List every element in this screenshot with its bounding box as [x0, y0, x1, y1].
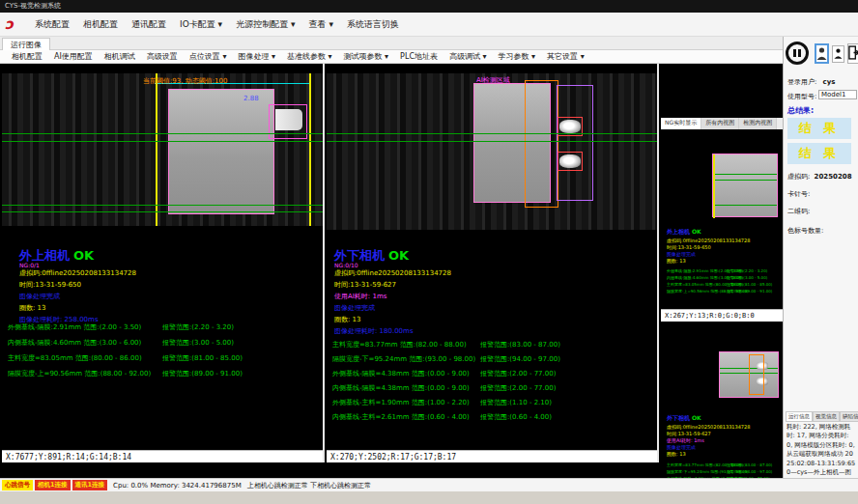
- toolbar-item[interactable]: 相机调试: [99, 50, 141, 63]
- toolbar-item[interactable]: 其它设置 ▾: [541, 50, 590, 63]
- toolbar-item[interactable]: 高级设置: [141, 50, 184, 63]
- measure-line-green: [2, 205, 323, 206]
- menu-item[interactable]: 系统语言切换: [340, 15, 406, 34]
- measure-line-green: [2, 141, 323, 142]
- measure-line-green: [2, 133, 323, 134]
- app-logo-icon: ↄ: [5, 16, 21, 33]
- toolbar-item[interactable]: 点位设置 ▾: [184, 50, 233, 63]
- elapsed-line: 图像处理耗时: 180.00ms: [334, 326, 414, 336]
- mini-done: 图像处理完成: [667, 444, 696, 450]
- toolbar-item[interactable]: 测试项参数 ▾: [338, 50, 395, 63]
- toolbar-item[interactable]: 基准线参数 ▾: [281, 50, 338, 63]
- measurement-row: 外侧基线-隔膜:2.91mm 范围:(2.00 - 3.50) 报警范围:(2.…: [667, 268, 781, 275]
- measure-line-green: [327, 141, 657, 142]
- status-badge: 心跳信号: [2, 480, 33, 490]
- pause-button[interactable]: [786, 42, 811, 67]
- total-result-label: 总结果:: [787, 105, 814, 116]
- roi-box-violet: [557, 85, 593, 201]
- menu-item[interactable]: IO卡配置 ▾: [173, 15, 229, 34]
- window-bottom-strip: [0, 491, 858, 504]
- mark-count-field: 色标号数量:: [787, 226, 823, 236]
- toolbar-item[interactable]: AI使用配置: [48, 50, 99, 63]
- result-box-lower: 结 果: [787, 143, 851, 164]
- menu-item[interactable]: 光源控制配置 ▾: [229, 15, 301, 34]
- product-region: [168, 89, 274, 214]
- mini-camera-title: 外上相机OK: [667, 228, 701, 237]
- status-badge: 相机1连接: [35, 480, 71, 490]
- cpu-memory-text: Cpu: 0.0% Memory: 3424.41796875M: [113, 482, 242, 490]
- engineer-mode-button[interactable]: [832, 45, 844, 63]
- menu-item[interactable]: 查看 ▾: [302, 15, 340, 34]
- turns-line: 圈数: 13: [19, 303, 46, 313]
- connector-part: [275, 109, 302, 130]
- thumbnail-tab[interactable]: 检测内视图: [739, 118, 777, 129]
- barcode-value: 20250208: [815, 173, 852, 181]
- toolbar-item[interactable]: 图像处理 ▾: [232, 50, 281, 63]
- info-tabs-bar: 运行信息 视觉信息 缺陷信息: [786, 411, 857, 422]
- heartbeat-messages: 上相机心跳检测正常 下相机心跳检测正常: [247, 481, 371, 490]
- status-bar: 心跳信号 相机1连接 通讯1连接 Cpu: 0.0% Memory: 3424.…: [0, 478, 858, 491]
- model-select[interactable]: Model1: [818, 90, 857, 99]
- measurement-row: 内侧基线-隔膜:4.60mm 范围:(3.00 - 6.00) 报警范围:(3.…: [8, 338, 323, 353]
- toolbar-item[interactable]: 高级调试 ▾: [443, 50, 493, 63]
- barcode-line: 虚拟码:0ffline20250208133134728: [334, 268, 451, 278]
- measure-line-green: [713, 205, 777, 206]
- done-line: 图像处理完成: [334, 303, 375, 313]
- thumbnail-tabs: NG实时显示 所有内视图 检测内视图: [661, 118, 783, 129]
- operator-mode-button[interactable]: [815, 43, 829, 64]
- ai-roi-box-orange: [525, 80, 558, 208]
- view-tabstrip: 运行图像: [0, 37, 783, 50]
- guide-line-yellow-right: [309, 73, 311, 226]
- thumbnail-tab[interactable]: NG实时显示: [661, 118, 701, 129]
- menu-item[interactable]: 通讯配置: [125, 15, 173, 34]
- mini-measurements: 外侧基线-隔膜:2.91mm 范围:(2.00 - 3.50) 报警范围:(2.…: [667, 268, 781, 295]
- measurement-row: 内侧基线-隔膜:4.60mm 范围:(3.00 - 6.00) 报警范围:(3.…: [667, 275, 781, 282]
- window-title: CYS-视觉检测系统: [5, 2, 61, 10]
- turns-line: 圈数: 13: [334, 315, 361, 324]
- user-icon: [816, 46, 827, 61]
- info-tab[interactable]: 缺陷信息: [840, 411, 858, 422]
- mini-done: 图像处理完成: [667, 251, 696, 257]
- mini-time: 时间:13-31-59-650: [667, 244, 711, 250]
- mini-ai-time: 使用AI耗时: 1ms: [667, 437, 704, 443]
- threshold-label: 当前阈值:93, 动态阈值:100: [143, 76, 227, 86]
- measurement-row: 主料宽度=83.77mm 范围:(82.00 - 88.00) 报警范围:(83…: [667, 462, 781, 469]
- menu-item[interactable]: 相机配置: [76, 15, 125, 34]
- coordinate-bar-lower: X:270;Y:2502;R:17;G:17;B:17: [327, 450, 659, 462]
- measurement-row: 隔膜宽度-下=95.24mm 范围:(93.00 - 98.00) 报警范围:(…: [667, 469, 781, 476]
- guide-line-yellow-left: [156, 73, 157, 226]
- measure-line-green: [713, 174, 777, 175]
- measurement-row: 隔膜宽度-上=90.56mm 范围:(88.00 - 92.00) 报警范围:(…: [667, 289, 781, 295]
- info-tab[interactable]: 运行信息: [786, 411, 813, 422]
- ok-status: OK: [73, 248, 94, 263]
- camera-view-upper[interactable]: 当前阈值:93, 动态阈值:100 2.88 外上相机OK NG:0/1 虚拟码…: [2, 64, 325, 462]
- thumbnail-view-top[interactable]: 外上相机OK 虚拟码:0ffline20250208133134728 时间:1…: [661, 131, 783, 322]
- toolbar-item[interactable]: PLC地址表: [394, 50, 443, 63]
- toolbar-item[interactable]: 相机配置: [6, 50, 48, 63]
- menu-items: 系统配置 相机配置 通讯配置 IO卡配置 ▾ 光源控制配置 ▾ 查看 ▾ 系统语…: [28, 15, 406, 34]
- defect-box: [558, 152, 583, 171]
- measurement-row: 隔膜宽度-下=95.24mm 范围:(93.00 - 98.00) 报警范围:(…: [332, 354, 657, 369]
- user-dark-icon: [834, 47, 843, 60]
- measurement-row: 主料宽度=83.77mm 范围:(82.00 - 88.00) 报警范围:(83…: [332, 340, 657, 354]
- measurement-row: 隔膜宽度-上=90.56mm 范围:(88.00 - 92.00) 报警范围:(…: [8, 369, 323, 384]
- thumbnail-tab[interactable]: 所有内视图: [701, 118, 739, 129]
- camera-view-lower[interactable]: AI检测区域 外下相机OK NG:0/10 虚拟码:0ffline2025020…: [327, 64, 659, 462]
- tool-bar: 相机配置 AI使用配置 相机调试 高级设置 点位设置 ▾ 图像处理 ▾ 基准线参…: [0, 50, 783, 64]
- login-user-field: 登录用户: cys: [787, 77, 835, 87]
- ng-counter: NG:0/1: [19, 262, 40, 268]
- measurement-row: 外侧基线-隔膜=4.38mm 范围:(0.00 - 9.00) 报警范围:(2.…: [332, 369, 657, 383]
- exit-button[interactable]: [847, 43, 858, 64]
- model-field-label: 使用型号:: [787, 92, 816, 101]
- tab-run-image[interactable]: 运行图像: [2, 38, 50, 50]
- measurement-row: 内侧基线-主料=2.61mm 范围:(0.60 - 4.00) 报警范围:(0.…: [332, 412, 657, 427]
- mini-time: 时间:13-31-59-627: [667, 431, 711, 436]
- menu-item[interactable]: 系统配置: [28, 15, 76, 34]
- coordinate-bar-thumb-top: X:267;Y:13;R:0;G:0;B:0: [661, 309, 783, 322]
- barcode-line: 虚拟码:0ffline20250208133134728: [19, 268, 136, 278]
- info-tab[interactable]: 视觉信息: [813, 411, 840, 422]
- thumbnail-image: [719, 351, 779, 398]
- mini-camera-title: 外下相机OK: [667, 414, 701, 423]
- toolbar-item[interactable]: 学习参数 ▾: [493, 50, 542, 63]
- exit-door-icon: [848, 45, 858, 60]
